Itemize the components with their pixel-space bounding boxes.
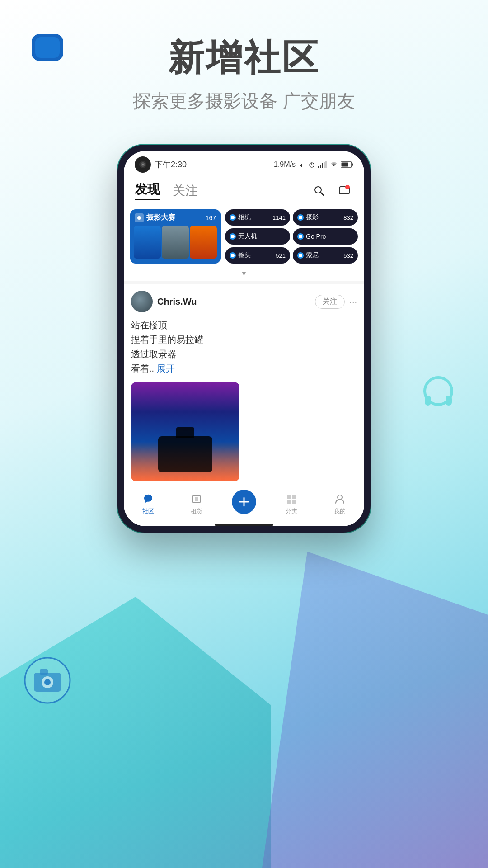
svg-rect-18 xyxy=(322,163,323,168)
section-divider xyxy=(124,281,364,284)
tag-gopro[interactable]: Go Pro xyxy=(293,228,358,245)
home-indicator-bar xyxy=(215,524,273,526)
nav-item-rental[interactable]: 租货 xyxy=(183,493,210,515)
avatar-image xyxy=(131,291,153,312)
tag-dot xyxy=(297,233,304,240)
svg-point-8 xyxy=(44,679,51,685)
nav-item-category[interactable]: 分类 xyxy=(278,493,305,515)
message-button[interactable] xyxy=(335,182,353,200)
camera-deco-icon xyxy=(23,656,72,705)
tag-camera[interactable]: 相机 1141 xyxy=(225,209,290,226)
card-img-2 xyxy=(162,226,189,259)
post-content: 站在楼顶 捏着手里的易拉罐 透过取景器 看着.. 展开 xyxy=(131,318,357,376)
phone-frame: 下午2:30 1.9M/s 发现 关注 xyxy=(117,145,371,533)
svg-rect-35 xyxy=(287,500,291,504)
network-speed: 1.9M/s xyxy=(274,160,296,169)
svg-point-27 xyxy=(345,185,350,189)
status-camera-icon xyxy=(135,156,151,173)
tag-photography[interactable]: 摄影 832 xyxy=(293,209,358,226)
camera-silhouette xyxy=(158,436,212,472)
tag-lens[interactable]: 镜头 521 xyxy=(225,247,290,264)
status-right: 1.9M/s xyxy=(274,160,353,169)
tag-dot xyxy=(297,252,304,259)
nav-bar: 发现 关注 xyxy=(124,176,364,205)
community-icon xyxy=(142,493,155,505)
dropdown-arrow[interactable]: ▼ xyxy=(124,268,364,281)
svg-rect-4 xyxy=(446,396,452,406)
more-button[interactable]: ··· xyxy=(349,297,357,307)
big-card-count: 167 xyxy=(206,214,216,222)
phone-body: 下午2:30 1.9M/s 发现 关注 xyxy=(117,145,371,533)
svg-rect-16 xyxy=(318,166,319,168)
tag-dot xyxy=(297,214,304,221)
big-card-photography-contest[interactable]: 摄影大赛 167 xyxy=(130,209,221,264)
big-card-header: 摄影大赛 167 xyxy=(130,209,221,226)
bg-shape-teal xyxy=(0,597,271,868)
card-img-1 xyxy=(134,226,161,259)
avatar xyxy=(131,291,153,312)
home-indicator xyxy=(124,523,364,526)
svg-rect-34 xyxy=(292,495,296,499)
svg-point-37 xyxy=(338,495,342,500)
svg-point-28 xyxy=(137,216,141,220)
post-line-3: 透过取景器 xyxy=(131,347,357,361)
expand-link[interactable]: 展开 xyxy=(157,363,175,373)
svg-rect-20 xyxy=(325,161,327,168)
status-left: 下午2:30 xyxy=(135,156,187,173)
nav-label-rental: 租货 xyxy=(191,507,202,515)
status-time: 下午2:30 xyxy=(155,159,187,170)
nav-label-category: 分类 xyxy=(286,507,297,515)
svg-rect-36 xyxy=(292,500,296,504)
username: Chris.Wu xyxy=(157,297,197,307)
svg-rect-33 xyxy=(287,495,291,499)
svg-rect-22 xyxy=(342,163,348,167)
mine-icon xyxy=(333,493,346,505)
bg-shape-blue xyxy=(262,552,488,868)
tag-left: Go Pro xyxy=(297,233,326,240)
svg-rect-9 xyxy=(40,669,48,675)
sub-title: 探索更多摄影设备 广交朋友 xyxy=(0,89,488,113)
nav-tabs: 发现 关注 xyxy=(135,181,198,200)
phone-screen: 下午2:30 1.9M/s 发现 关注 xyxy=(124,151,364,526)
tag-left: 相机 xyxy=(230,213,251,222)
follow-button[interactable]: 关注 xyxy=(315,295,345,309)
svg-line-25 xyxy=(320,192,324,195)
svg-rect-30 xyxy=(195,497,198,501)
search-button[interactable] xyxy=(310,182,328,200)
tags-grid: 相机 1141 摄影 832 无人机 xyxy=(225,209,358,264)
bottom-nav: 社区 租货 分类 xyxy=(124,488,364,523)
topics-section: 摄影大赛 167 相机 xyxy=(124,205,364,268)
status-bar: 下午2:30 1.9M/s xyxy=(124,151,364,176)
post-image xyxy=(131,382,239,481)
nav-label-community: 社区 xyxy=(142,507,154,515)
tag-left: 镜头 xyxy=(230,251,251,259)
nav-item-community[interactable]: 社区 xyxy=(135,493,162,515)
big-card-images xyxy=(130,226,221,262)
post-card: Chris.Wu 关注 ··· 站在楼顶 捏着手里的易拉罐 透过取景器 看着..… xyxy=(124,284,364,488)
alarm-icon xyxy=(308,161,315,168)
nav-item-mine[interactable]: 我的 xyxy=(326,493,353,515)
main-title: 新增社区 xyxy=(0,36,488,80)
tag-sony[interactable]: 索尼 532 xyxy=(293,247,358,264)
tab-discover[interactable]: 发现 xyxy=(135,181,160,200)
category-icon xyxy=(285,493,298,505)
battery-icon xyxy=(341,161,353,168)
svg-rect-23 xyxy=(352,163,353,166)
nav-item-add[interactable] xyxy=(232,490,256,514)
post-actions: 关注 ··· xyxy=(315,295,357,309)
headphone-icon xyxy=(416,371,461,416)
signal-icon xyxy=(318,161,327,168)
post-line-4: 看着.. 展开 xyxy=(131,361,357,376)
nav-label-mine: 我的 xyxy=(334,507,346,515)
tag-left: 索尼 xyxy=(297,251,319,259)
card-img-3 xyxy=(190,226,217,259)
post-line-2: 捏着手里的易拉罐 xyxy=(131,332,357,347)
tag-left: 摄影 xyxy=(297,213,319,222)
tag-left: 无人机 xyxy=(230,232,257,241)
nav-icons xyxy=(310,182,353,200)
tab-follow[interactable]: 关注 xyxy=(173,182,198,199)
svg-rect-17 xyxy=(320,165,321,168)
tag-drone[interactable]: 无人机 xyxy=(225,228,290,245)
tag-dot xyxy=(230,233,236,240)
header-section: 新增社区 探索更多摄影设备 广交朋友 xyxy=(0,36,488,113)
